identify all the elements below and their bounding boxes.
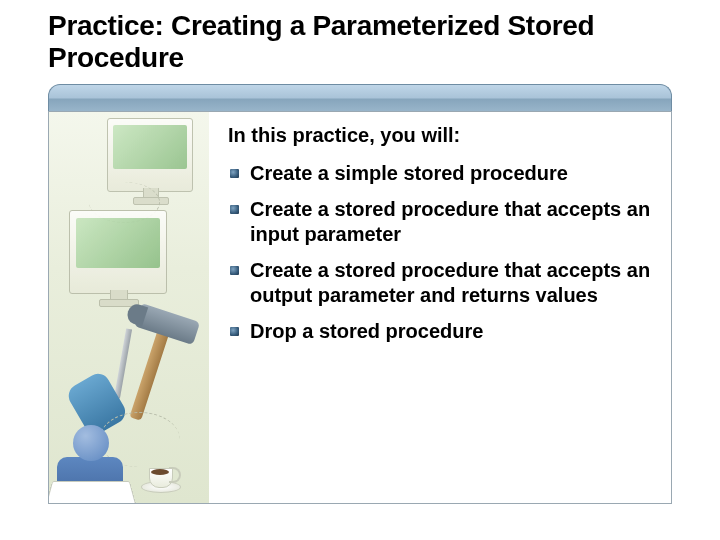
sidebar-illustration xyxy=(49,112,209,503)
list-item: Create a stored procedure that accepts a… xyxy=(228,258,652,307)
content-area: In this practice, you will: Create a sim… xyxy=(228,124,652,355)
bullet-list: Create a simple stored procedure Create … xyxy=(228,161,652,343)
list-item: Create a stored procedure that accepts a… xyxy=(228,197,652,246)
list-item: Drop a stored procedure xyxy=(228,319,652,343)
slide: Practice: Creating a Parameterized Store… xyxy=(0,0,720,540)
panel-header-bar xyxy=(48,84,672,112)
list-item: Create a simple stored procedure xyxy=(228,161,652,185)
coffee-cup-icon xyxy=(141,461,179,493)
content-panel: In this practice, you will: Create a sim… xyxy=(48,84,672,504)
person-reading-icon xyxy=(49,415,139,503)
lead-text: In this practice, you will: xyxy=(228,124,652,147)
monitor-icon xyxy=(107,118,193,192)
slide-title: Practice: Creating a Parameterized Store… xyxy=(48,10,672,74)
